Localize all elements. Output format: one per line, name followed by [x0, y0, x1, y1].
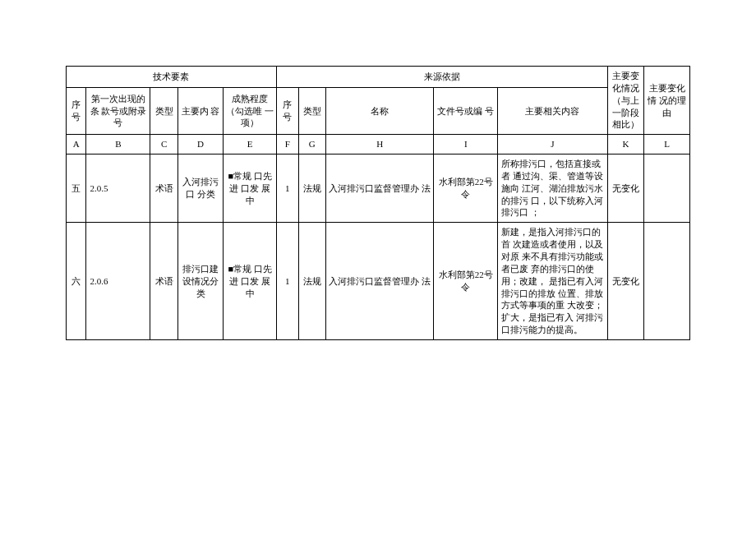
- col-letter-C: C: [150, 135, 177, 155]
- header-type: 类型: [150, 87, 177, 135]
- cell-seq: 六: [67, 223, 86, 340]
- header-group-tech: 技术要素: [67, 67, 277, 88]
- cell-src-type: 法规: [298, 155, 325, 223]
- col-letter-H: H: [326, 135, 434, 155]
- header-source-doc-no: 文件号或编 号: [434, 87, 498, 135]
- cell-reason: [644, 155, 690, 223]
- cell-change: 无变化: [607, 155, 644, 223]
- col-letter-J: J: [498, 135, 608, 155]
- col-letter-D: D: [177, 135, 224, 155]
- cell-src-name: 入河排污口监督管理办 法: [326, 223, 434, 340]
- cell-maturity: ■常规 口先进 口发 展中: [224, 155, 277, 223]
- cell-src-seq: 1: [276, 223, 298, 340]
- cell-src-main: 所称排污口，包括直接或 者 通过沟、渠、管道等设 施向 江河、湖泊排放污水 的排…: [498, 155, 608, 223]
- cell-content: 排污口建 设情况分 类: [177, 223, 224, 340]
- header-source-name: 名称: [326, 87, 434, 135]
- cell-type: 术语: [150, 155, 177, 223]
- header-row-letters: A B C D E F G H I J K L: [67, 135, 690, 155]
- col-letter-F: F: [276, 135, 298, 155]
- cell-reason: [644, 223, 690, 340]
- cell-maturity: ■常规 口先进 口发 展中: [224, 223, 277, 340]
- header-source-type: 类型: [298, 87, 325, 135]
- col-letter-B: B: [86, 135, 150, 155]
- col-letter-A: A: [67, 135, 86, 155]
- cell-src-type: 法规: [298, 223, 325, 340]
- table-row: 五 2.0.5 术语 入河排污 口 分类 ■常规 口先进 口发 展中 1 法规 …: [67, 155, 690, 223]
- col-letter-G: G: [298, 135, 325, 155]
- cell-clause: 2.0.5: [86, 155, 150, 223]
- spec-table: 技术要素 来源依据 主要变 化情况 （与上 一阶段 相比） 主要变化 情 况的理…: [66, 66, 690, 340]
- cell-src-seq: 1: [276, 155, 298, 223]
- cell-src-name: 入河排污口监督管理办 法: [326, 155, 434, 223]
- cell-seq: 五: [67, 155, 86, 223]
- header-major-change: 主要变 化情况 （与上 一阶段 相比）: [607, 67, 644, 135]
- header-seq: 序 号: [67, 87, 86, 135]
- cell-type: 术语: [150, 223, 177, 340]
- header-source-seq: 序号: [276, 87, 298, 135]
- col-letter-L: L: [644, 135, 690, 155]
- col-letter-E: E: [224, 135, 277, 155]
- cell-content: 入河排污 口 分类: [177, 155, 224, 223]
- header-main-content: 主要内 容: [177, 87, 224, 135]
- cell-change: 无变化: [607, 223, 644, 340]
- col-letter-I: I: [434, 135, 498, 155]
- header-group-source: 来源依据: [276, 67, 607, 88]
- header-first-occurrence: 第一次出现的 条 款号或附录 号: [86, 87, 150, 135]
- header-row-fields: 序 号 第一次出现的 条 款号或附录 号 类型 主要内 容 成熟程度 （勾选唯 …: [67, 87, 690, 135]
- header-change-reason: 主要变化 情 况的理 由: [644, 67, 690, 135]
- cell-src-main: 新建，是指入河排污口的 首 次建造或者使用，以及 对原 来不具有排污功能或 者已…: [498, 223, 608, 340]
- cell-src-doc: 水利部第22号 令: [434, 155, 498, 223]
- table-row: 六 2.0.6 术语 排污口建 设情况分 类 ■常规 口先进 口发 展中 1 法…: [67, 223, 690, 340]
- header-row-group: 技术要素 来源依据 主要变 化情况 （与上 一阶段 相比） 主要变化 情 况的理…: [67, 67, 690, 88]
- cell-clause: 2.0.6: [86, 223, 150, 340]
- col-letter-K: K: [607, 135, 644, 155]
- header-maturity: 成熟程度 （勾选唯 一 项）: [224, 87, 277, 135]
- header-source-main: 主要相关内容: [498, 87, 608, 135]
- cell-src-doc: 水利部第22号 令: [434, 223, 498, 340]
